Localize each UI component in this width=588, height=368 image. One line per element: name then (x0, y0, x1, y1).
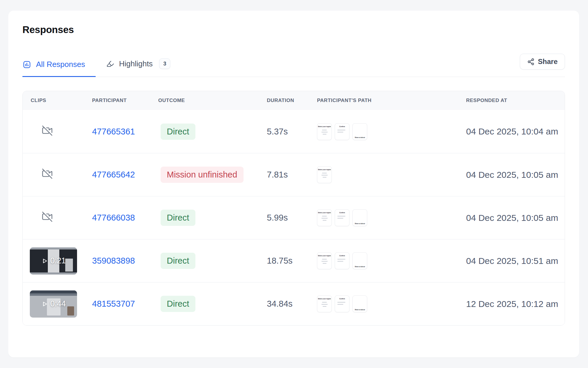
path-step-title: Select your toppings (318, 212, 331, 213)
path-step-title: Confirm (339, 255, 345, 257)
path-step-text-line (337, 132, 343, 132)
outcome-cell: Mission unfinished (158, 167, 267, 183)
path-step-text-line (321, 304, 328, 305)
path-step-thumbnail[interactable]: Share at about (352, 252, 367, 269)
play-overlay: 0:21 (30, 247, 77, 275)
video-off-icon (42, 211, 53, 222)
participant-link[interactable]: 477665642 (92, 170, 135, 179)
path-step-text-line (323, 306, 326, 307)
path-step-text-line (322, 130, 327, 130)
responded-at-cell: 04 Dec 2025, 10:04 am (466, 126, 565, 137)
path-step-text-line (337, 302, 345, 303)
path-step-text-line (323, 263, 326, 264)
outcome-badge: Direct (161, 210, 195, 226)
column-header-responded-at: RESPONDED AT (466, 98, 565, 104)
table-body: 477665361Direct5.37sSelect your toppings… (23, 110, 565, 325)
outcome-badge: Mission unfinished (161, 167, 244, 183)
path-step-text-line (322, 302, 327, 303)
path-cell: Select your toppingsConfirmShare at abou… (317, 295, 466, 312)
path-step-thumbnail[interactable]: Select your toppings (317, 209, 332, 226)
path-step-thumbnail[interactable]: Share at about (352, 295, 367, 312)
participant-link[interactable]: 477665361 (92, 127, 135, 136)
clips-cell (23, 168, 92, 181)
column-header-duration: DURATION (267, 98, 317, 104)
path-step-text-line (337, 259, 345, 259)
participant-link[interactable]: 477666038 (92, 213, 135, 222)
tab-highlights[interactable]: Highlights 3 (96, 58, 181, 77)
responded-at-cell: 12 Dec 2025, 10:12 am (466, 299, 565, 309)
path-step-text-line (337, 304, 343, 305)
participant-cell: 477666038 (92, 213, 158, 223)
table-header-row: CLIPS PARTICIPANT OUTCOME DURATION PARTI… (23, 91, 565, 110)
path-step-thumbnail[interactable]: Confirm (335, 252, 349, 269)
table-row: 0:21359083898Direct18.75sSelect your top… (23, 239, 565, 282)
path-step-text-line (321, 175, 328, 175)
responded-at-cell: 04 Dec 2025, 10:05 am (466, 170, 565, 180)
outcome-cell: Direct (158, 210, 267, 226)
outcome-badge: Direct (161, 296, 195, 312)
outcome-badge: Direct (161, 253, 195, 269)
duration-cell: 5.99s (267, 213, 317, 223)
column-header-clips: CLIPS (23, 98, 92, 104)
clip-thumbnail[interactable]: 0:21 (30, 247, 77, 275)
clip-duration-label: 0:21 (50, 256, 66, 265)
share-button-label: Share (538, 58, 558, 66)
column-header-path: PARTICIPANT'S PATH (317, 98, 466, 104)
path-step-text-line (322, 259, 327, 259)
participant-cell: 477665361 (92, 127, 158, 137)
share-button[interactable]: Share (520, 54, 565, 70)
path-step-title: Select your toppings (318, 255, 331, 257)
participant-link[interactable]: 481553707 (92, 299, 135, 308)
path-step-text-line (337, 216, 345, 216)
path-step-thumbnail[interactable]: Select your toppings (317, 123, 332, 140)
share-icon (527, 58, 535, 65)
clip-duration-label: 0:44 (50, 299, 66, 308)
bar-chart-icon (22, 60, 31, 69)
video-off-icon (42, 125, 53, 136)
path-step-text-line (337, 218, 343, 218)
path-step-title: Confirm (339, 298, 345, 300)
path-step-text-line (322, 173, 327, 173)
path-step-thumbnail[interactable]: Select your toppings (317, 252, 332, 269)
play-icon (41, 300, 48, 308)
participant-cell: 477665642 (92, 170, 158, 180)
path-step-thumbnail[interactable]: Select your toppings (317, 166, 332, 183)
participant-link[interactable]: 359083898 (92, 256, 135, 265)
table-row: 477666038Direct5.99sSelect your toppings… (23, 196, 565, 239)
outcome-cell: Direct (158, 124, 267, 140)
clips-cell: 0:44 (23, 290, 92, 318)
path-step-thumbnail[interactable]: Confirm (335, 209, 349, 226)
table-row: 477665361Direct5.37sSelect your toppings… (23, 110, 565, 153)
play-overlay: 0:44 (30, 290, 77, 318)
clips-cell (23, 211, 92, 224)
participant-cell: 481553707 (92, 299, 158, 309)
duration-cell: 18.75s (267, 256, 317, 266)
path-step-title: Confirm (339, 126, 345, 127)
outcome-badge: Direct (161, 124, 195, 140)
clip-thumbnail[interactable]: 0:44 (30, 290, 77, 318)
column-header-participant: PARTICIPANT (92, 98, 158, 104)
path-step-text-line (323, 134, 326, 134)
path-step-text-line (323, 177, 326, 178)
column-header-outcome: OUTCOME (158, 98, 267, 104)
path-step-thumbnail[interactable]: Confirm (335, 123, 349, 140)
path-step-thumbnail[interactable]: Share at about (352, 123, 367, 140)
play-icon (41, 257, 48, 264)
path-step-thumbnail[interactable]: Select your toppings (317, 295, 332, 312)
video-off-icon (42, 168, 53, 179)
path-step-title: Select your toppings (318, 298, 331, 300)
tab-all-responses[interactable]: All Responses (22, 60, 96, 77)
path-step-text-line (323, 220, 326, 221)
participant-cell: 359083898 (92, 256, 158, 266)
tab-label: All Responses (36, 60, 85, 69)
path-step-caption: Share at about (355, 223, 365, 224)
responses-card: Responses All Responses Highlights 3 (8, 11, 579, 357)
path-step-thumbnail[interactable]: Confirm (335, 295, 349, 312)
clips-cell: 0:21 (23, 247, 92, 275)
path-step-text-line (321, 218, 328, 218)
path-step-thumbnail[interactable]: Share at about (352, 209, 367, 226)
duration-cell: 5.37s (267, 127, 317, 137)
tab-label: Highlights (119, 59, 153, 68)
clips-cell (23, 125, 92, 138)
duration-cell: 7.81s (267, 170, 317, 180)
